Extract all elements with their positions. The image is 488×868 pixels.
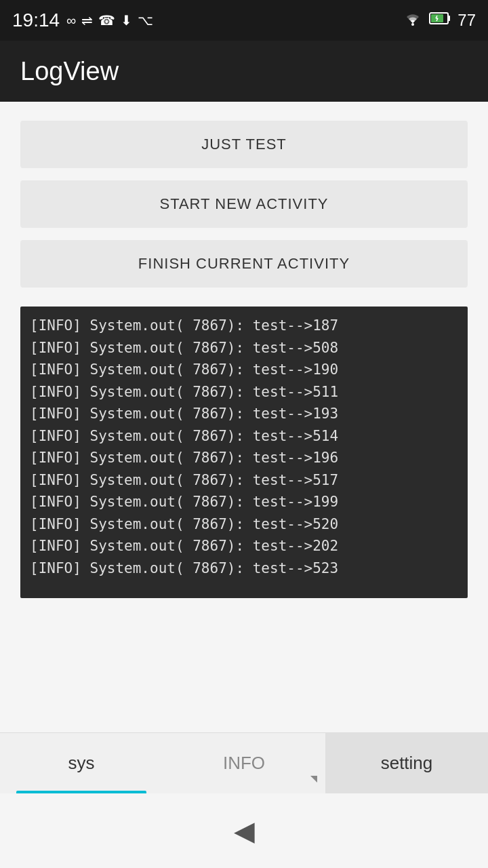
log-entry: [INFO] System.out( 7867): test-->511 <box>30 381 458 403</box>
back-button[interactable]: ◀ <box>234 815 255 846</box>
battery-icon <box>429 12 451 29</box>
fork-icon: ⌥ <box>138 12 153 28</box>
log-entry: [INFO] System.out( 7867): test-->523 <box>30 557 458 580</box>
tab-sys-label: sys <box>68 753 95 774</box>
finish-current-activity-button[interactable]: FINISH CURRENT ACTIVITY <box>20 240 468 288</box>
svg-rect-2 <box>448 16 450 21</box>
log-entry: [INFO] System.out( 7867): test-->202 <box>30 535 458 557</box>
wifi-icon <box>403 11 422 30</box>
log-container: [INFO] System.out( 7867): test-->187[INF… <box>20 307 468 598</box>
app-bar: LogView <box>0 41 488 102</box>
status-left: 19:14 ∞ ⇌ ☎ ⬇ ⌥ <box>12 9 153 31</box>
battery-level: 77 <box>458 11 476 30</box>
log-entry: [INFO] System.out( 7867): test-->517 <box>30 469 458 492</box>
status-right: 77 <box>403 11 476 30</box>
tab-info-label: INFO <box>223 753 265 774</box>
phone-icon: ☎ <box>98 12 115 28</box>
main-content: JUST TEST START NEW ACTIVITY FINISH CURR… <box>0 102 488 732</box>
log-entry: [INFO] System.out( 7867): test-->199 <box>30 491 458 513</box>
infinity-icon: ∞ <box>66 13 76 28</box>
usb-icon: ⇌ <box>81 12 93 28</box>
tab-sys[interactable]: sys <box>0 733 163 793</box>
app-title: LogView <box>20 57 119 86</box>
log-entry: [INFO] System.out( 7867): test-->508 <box>30 337 458 359</box>
tab-setting-label: setting <box>381 753 433 774</box>
log-entry: [INFO] System.out( 7867): test-->193 <box>30 403 458 425</box>
status-time: 19:14 <box>12 9 60 31</box>
tab-info[interactable]: INFO <box>163 733 325 793</box>
tab-bar: sys INFO setting <box>0 732 488 793</box>
tab-setting[interactable]: setting <box>325 733 488 793</box>
svg-point-0 <box>411 23 414 26</box>
log-entry: [INFO] System.out( 7867): test-->520 <box>30 513 458 536</box>
log-entry: [INFO] System.out( 7867): test-->514 <box>30 425 458 448</box>
nav-bar: ◀ <box>0 793 488 868</box>
just-test-button[interactable]: JUST TEST <box>20 121 468 168</box>
status-bar: 19:14 ∞ ⇌ ☎ ⬇ ⌥ <box>0 0 488 41</box>
info-triangle-icon <box>310 776 317 783</box>
status-icons: ∞ ⇌ ☎ ⬇ ⌥ <box>66 12 153 28</box>
log-entry: [INFO] System.out( 7867): test-->190 <box>30 359 458 381</box>
log-entry: [INFO] System.out( 7867): test-->187 <box>30 315 458 337</box>
download-icon: ⬇ <box>121 12 132 28</box>
log-entry: [INFO] System.out( 7867): test-->196 <box>30 447 458 469</box>
start-new-activity-button[interactable]: START NEW ACTIVITY <box>20 180 468 228</box>
